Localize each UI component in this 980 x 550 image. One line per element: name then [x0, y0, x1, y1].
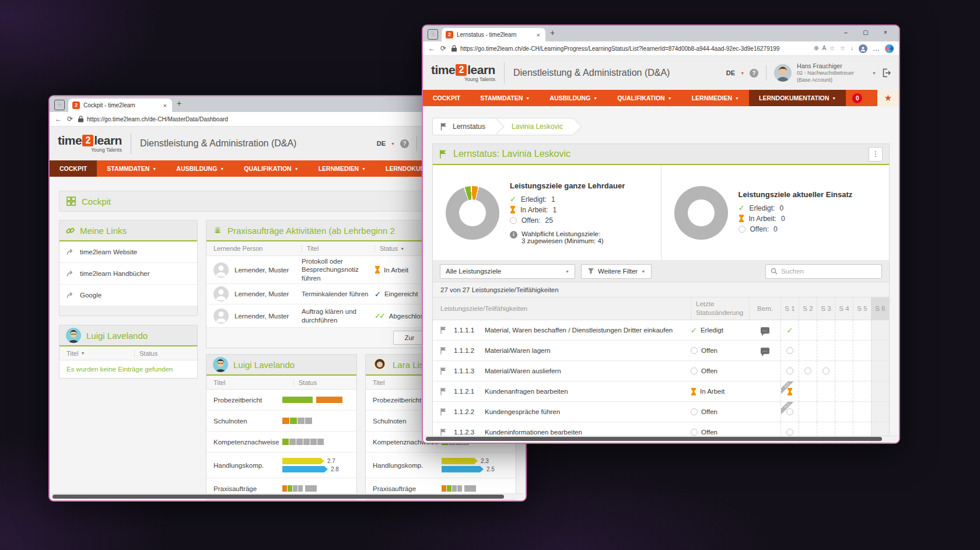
- minimize-button[interactable]: –: [836, 26, 856, 40]
- favorites-bar-icon[interactable]: ☆: [840, 45, 845, 51]
- goal-row[interactable]: 1.1.1.1Material, Waren beschaffen / Dien…: [433, 320, 889, 341]
- nav-stammdaten[interactable]: STAMMDATEN▼: [470, 90, 540, 106]
- help-icon[interactable]: ?: [750, 69, 758, 78]
- back-icon[interactable]: ←: [428, 45, 435, 52]
- tab-lernstatus[interactable]: 2 Lernstatus - time2learn ×: [442, 28, 545, 41]
- nav-ausbildung[interactable]: AUSBILDUNG▼: [540, 90, 607, 106]
- horizontal-scrollbar[interactable]: [51, 493, 524, 499]
- nav-lernmedien[interactable]: LERNMEDIEN▼: [309, 160, 376, 177]
- s4-cell[interactable]: [835, 361, 853, 381]
- column-s3[interactable]: S 3: [817, 297, 835, 320]
- horizontal-scrollbar[interactable]: [424, 436, 898, 442]
- address-bar[interactable]: https://go.time2learn.ch/de-CH/LearningP…: [452, 45, 835, 52]
- link-item[interactable]: time2learn Handbücher: [60, 263, 197, 285]
- time2learn-logo[interactable]: time2learn Young Talents: [431, 64, 495, 82]
- s1-cell[interactable]: ALS: [780, 402, 799, 422]
- s6-cell[interactable]: [871, 361, 889, 381]
- column-s1[interactable]: S 1: [780, 297, 799, 320]
- nav-qualifikation[interactable]: QUALIFIKATION▼: [607, 90, 681, 106]
- new-tab-button[interactable]: +: [177, 99, 181, 108]
- s3-cell[interactable]: [817, 402, 835, 422]
- s5-cell[interactable]: [853, 402, 871, 422]
- tab-cockpit[interactable]: 2 Cockpit - time2learn ×: [68, 99, 172, 112]
- s2-cell[interactable]: [799, 320, 817, 340]
- column-titel[interactable]: Titel: [302, 245, 374, 252]
- zoom-icon[interactable]: ⊕: [814, 45, 818, 51]
- column-person[interactable]: Lernende Person: [214, 245, 302, 252]
- kebab-menu-button[interactable]: ⋮: [869, 147, 883, 162]
- s4-cell[interactable]: [835, 320, 853, 340]
- s6-cell[interactable]: [871, 381, 889, 401]
- comment-cell[interactable]: …: [749, 341, 780, 360]
- close-button[interactable]: ×: [876, 26, 895, 40]
- praxis-row[interactable]: Lernender, Muster Terminkalender führen …: [206, 284, 433, 304]
- leistungsziele-dropdown[interactable]: Alle Leistungsziele▼: [440, 264, 575, 279]
- tab-actions-icon[interactable]: ⿻: [428, 29, 438, 40]
- s3-cell[interactable]: [817, 320, 835, 340]
- s4-cell[interactable]: [835, 381, 853, 401]
- settings-dots-icon[interactable]: …: [873, 45, 880, 52]
- praxis-row[interactable]: Lernender, Muster Protokoll oder Besprec…: [206, 256, 433, 284]
- refresh-icon[interactable]: ⟳: [440, 45, 446, 52]
- column-status[interactable]: Status: [293, 379, 349, 386]
- s2-cell[interactable]: [799, 381, 817, 401]
- nav-stammdaten[interactable]: STAMMDATEN▼: [97, 160, 166, 177]
- column-titel[interactable]: Titel: [373, 379, 384, 386]
- read-aloud-icon[interactable]: A: [822, 45, 826, 51]
- s1-cell[interactable]: [780, 341, 799, 360]
- maximize-button[interactable]: ▢: [856, 26, 876, 40]
- column-s4[interactable]: S 4: [835, 297, 853, 320]
- column-statusaenderung[interactable]: LetzteStatusänderung: [691, 297, 749, 320]
- column-status[interactable]: Status: [134, 350, 190, 357]
- s5-cell[interactable]: [853, 320, 871, 340]
- time2learn-logo[interactable]: time2learn Young Talents: [58, 134, 122, 153]
- browser-assistant-icon[interactable]: [885, 44, 894, 53]
- comment-cell[interactable]: [749, 381, 780, 401]
- goal-row[interactable]: 1.1.1.2Material/Waren lagern Offen …: [433, 341, 889, 361]
- goal-row[interactable]: 1.1.1.3Material/Waren ausliefern Offen: [433, 361, 889, 381]
- goal-row[interactable]: 1.1.2.1Kundenanfragen bearbeiten In Arbe…: [433, 381, 889, 402]
- s6-cell[interactable]: [871, 402, 889, 422]
- link-item[interactable]: time2learn Website: [60, 241, 197, 263]
- nav-cockpit[interactable]: COCKPIT: [423, 90, 470, 106]
- zur-button[interactable]: Zur: [393, 331, 426, 345]
- help-icon[interactable]: ?: [400, 139, 409, 148]
- logout-icon[interactable]: [881, 68, 891, 78]
- s2-cell[interactable]: [799, 361, 817, 381]
- column-s5[interactable]: S 5: [853, 297, 871, 320]
- user-avatar[interactable]: [774, 64, 792, 82]
- praxis-row[interactable]: Lernender, Muster Auftrag klären und dur…: [206, 304, 433, 328]
- progress-row[interactable]: Probezeitbericht: [206, 390, 356, 411]
- goal-row[interactable]: 1.1.2.2Kundengespräche führen Offen ALS: [433, 402, 889, 422]
- s4-cell[interactable]: [835, 402, 853, 422]
- s4-cell[interactable]: [835, 341, 853, 360]
- s2-cell[interactable]: [799, 402, 817, 422]
- breadcrumb-lernstatus[interactable]: Lernstatus: [432, 118, 496, 135]
- progress-row[interactable]: Handlungskomp.2.72.8: [206, 453, 356, 478]
- column-titel[interactable]: Titel: [66, 350, 78, 357]
- scrollbar-thumb[interactable]: [52, 495, 504, 499]
- language-selector[interactable]: DE: [726, 69, 735, 76]
- profile-avatar[interactable]: [859, 44, 867, 53]
- s3-cell[interactable]: [817, 381, 835, 401]
- comment-cell[interactable]: …: [749, 320, 780, 340]
- comment-cell[interactable]: [749, 361, 780, 381]
- nav-qualifikation[interactable]: QUALIFIKATION▼: [234, 160, 308, 177]
- column-bemerkung[interactable]: Bem.: [749, 297, 780, 320]
- s1-cell[interactable]: ALS: [780, 381, 799, 401]
- s6-cell[interactable]: [871, 341, 889, 360]
- notification-badge[interactable]: 0: [852, 93, 862, 103]
- back-icon[interactable]: ←: [55, 115, 62, 122]
- scrollbar-thumb[interactable]: [426, 437, 882, 441]
- download-icon[interactable]: ↓: [850, 45, 853, 51]
- s5-cell[interactable]: [853, 341, 871, 360]
- address-bar[interactable]: https://go.time2learn.ch/de-CH/MasterDat…: [78, 115, 461, 122]
- user-info[interactable]: Hans Frauchiger02 - Nachwuchsbetreuer (B…: [797, 62, 867, 83]
- weitere-filter-button[interactable]: Weitere Filter ▼: [581, 264, 652, 279]
- link-item[interactable]: Google: [60, 285, 197, 306]
- progress-row[interactable]: Kompetenznachweise: [206, 432, 356, 453]
- progress-row[interactable]: Handlungskomp.2.32.5: [366, 453, 516, 478]
- tab-actions-icon[interactable]: ⿻: [54, 100, 65, 110]
- refresh-icon[interactable]: ⟳: [67, 115, 73, 122]
- s1-cell[interactable]: ✓: [780, 320, 799, 340]
